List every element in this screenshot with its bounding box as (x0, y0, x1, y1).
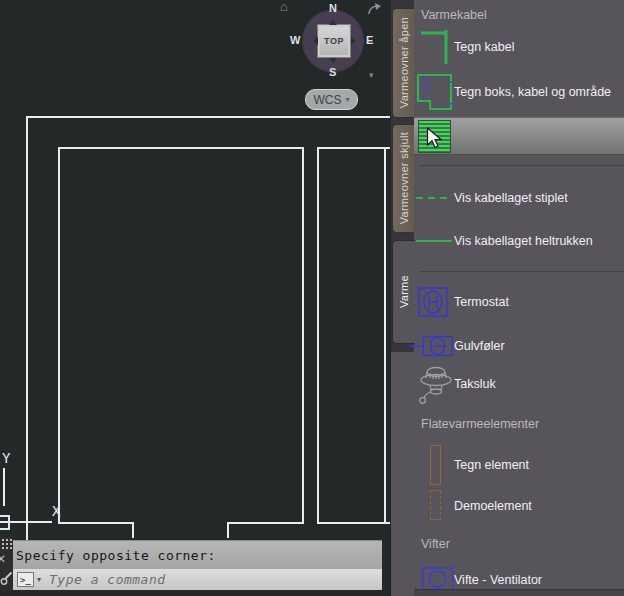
wall-line (317, 147, 390, 149)
wall-line (26, 116, 390, 118)
palette-content: Varmekabel Tegn kabel T (414, 0, 624, 596)
tab-label: Varmeovner åpen (398, 17, 410, 108)
tool-tegn-element[interactable]: Tegn element (414, 443, 624, 487)
section-header-flatevarme: Flatevarmeelementer (421, 417, 539, 431)
command-bar: ✕ Specify opposite corner: >_ ▾ Type a c… (0, 537, 382, 591)
wall-line (132, 522, 134, 538)
tab-label: Varmeovner skjult (398, 132, 410, 224)
tool-label: Vifte - Ventilator (454, 573, 542, 587)
ucs-origin-box (0, 515, 10, 530)
command-bar-grip[interactable]: ✕ (0, 537, 13, 591)
wall-line (58, 147, 60, 524)
wall-line (317, 147, 319, 524)
compass-east-label: E (366, 34, 373, 46)
compass-south-label: S (329, 66, 336, 78)
tool-termostat[interactable]: Termostat (414, 284, 624, 320)
ucs-y-label: Y (2, 451, 10, 465)
tab-varmeovner-skjult[interactable]: Varmeovner skjult (392, 124, 414, 233)
tool-tegn-kabel[interactable]: Tegn kabel (414, 28, 624, 66)
command-history-line: Specify opposite corner: (13, 540, 382, 569)
command-dropdown-icon[interactable]: ▾ (37, 575, 41, 584)
divider (420, 271, 624, 272)
command-input-row[interactable]: >_ ▾ Type a command (13, 569, 382, 590)
tool-label: Demoelement (454, 499, 532, 513)
tool-label: Vis kabellaget heltrukken (454, 234, 593, 248)
tool-tegn-boks[interactable]: Tegn boks, kabel og område (414, 70, 624, 114)
tool-label: Tegn element (454, 458, 529, 472)
orbit-arrow-icon[interactable] (366, 2, 382, 18)
navbar-collapse-icon[interactable]: ▾ (369, 70, 374, 80)
command-history-text: Specify opposite corner: (16, 548, 216, 563)
app-window: Y X ⌂ N S W E TOP ▾ WCS ▾ ✕ (0, 0, 624, 596)
wall-line (384, 147, 386, 524)
wrench-icon[interactable] (0, 570, 13, 587)
dashed-line-icon (416, 197, 452, 199)
tab-label: Varme (398, 275, 410, 308)
command-prompt-button[interactable]: >_ (17, 572, 34, 587)
cable-corner-icon (420, 29, 450, 65)
tool-gulvfoler[interactable]: Gulvføler (414, 330, 624, 362)
tool-label: Tegn boks, kabel og område (454, 85, 611, 99)
ucs-x-label: X (52, 504, 60, 518)
drawing-canvas[interactable]: Y X ⌂ N S W E TOP ▾ WCS ▾ ✕ (0, 0, 390, 596)
thermostat-icon (418, 287, 448, 317)
roof-drain-icon (416, 364, 456, 406)
tool-label: Gulvføler (454, 339, 505, 353)
panel-bottom-edge (414, 589, 624, 596)
tool-label: Vis kabellaget stiplet (454, 191, 568, 205)
viewcube-top-face[interactable]: TOP (317, 24, 351, 58)
tool-vis-stiplet[interactable]: Vis kabellaget stiplet (414, 180, 624, 216)
viewcube-arrow-left-icon[interactable] (309, 37, 318, 45)
cable-box-icon (416, 72, 454, 112)
wall-line (58, 147, 304, 149)
viewcube-arrow-right-icon[interactable] (351, 37, 360, 45)
demo-element-icon (430, 490, 441, 520)
tab-varmeovner-apen[interactable]: Varmeovner åpen (392, 8, 414, 118)
viewcube-arrow-up-icon[interactable] (329, 16, 337, 25)
compass-north-label: N (329, 2, 337, 14)
tab-varme[interactable]: Varme (392, 240, 415, 344)
tool-vis-heltrukken[interactable]: Vis kabellaget heltrukken (414, 223, 624, 259)
tool-label: Tegn kabel (454, 40, 514, 54)
tool-label: Taksluk (454, 377, 496, 391)
wcs-dropdown[interactable]: WCS ▾ (305, 89, 358, 110)
wall-line (227, 522, 229, 538)
home-icon[interactable]: ⌂ (280, 0, 288, 14)
wall-line (58, 522, 134, 524)
tool-palette-panel: Varmeovner åpen Varmeovner skjult Varme … (390, 0, 624, 596)
command-input-placeholder: Type a command (49, 572, 166, 587)
ucs-y-axis (3, 468, 5, 506)
compass-west-label: W (290, 34, 300, 46)
tool-demoelement[interactable]: Demoelement (414, 488, 624, 524)
mouse-cursor (426, 127, 446, 151)
divider (420, 165, 624, 166)
wcs-label: WCS (313, 93, 341, 107)
tool-taksluk[interactable]: Taksluk (414, 362, 624, 406)
chevron-down-icon: ▾ (345, 95, 349, 104)
drag-handle-icon (1, 538, 12, 549)
section-header-varmekabel: Varmekabel (421, 8, 487, 22)
element-rect-icon (430, 445, 441, 485)
tool-label: Termostat (454, 295, 509, 309)
solid-line-icon (416, 240, 452, 242)
wall-line (317, 522, 390, 524)
section-header-vifter: Vifter (421, 537, 450, 551)
close-icon[interactable]: ✕ (0, 552, 6, 566)
wall-line (302, 147, 304, 524)
wall-line (26, 116, 28, 540)
wall-line (227, 522, 304, 524)
tool-hatch-area-hovered[interactable] (414, 117, 624, 155)
